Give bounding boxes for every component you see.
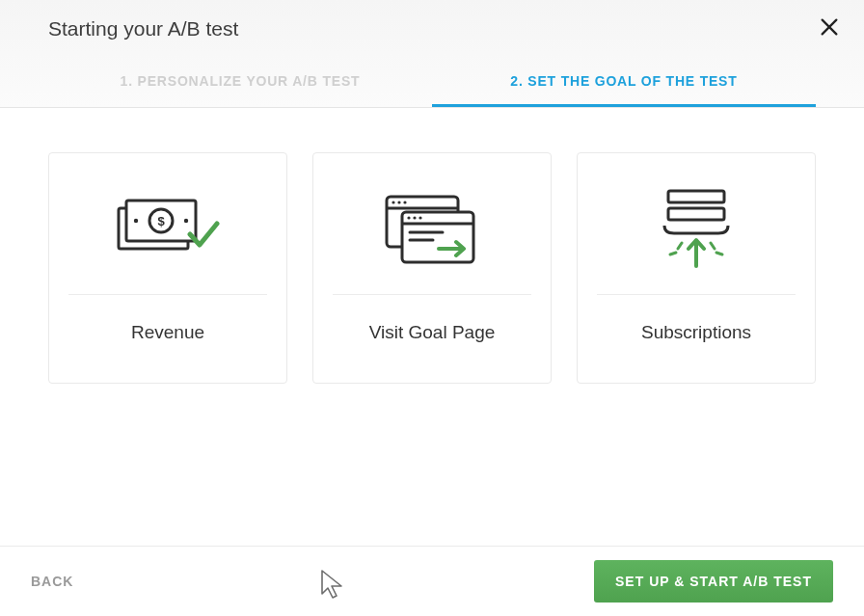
card-divider	[68, 294, 267, 295]
revenue-icon: $	[68, 180, 267, 277]
svg-line-24	[678, 243, 682, 249]
tab-personalize[interactable]: 1. PERSONALIZE YOUR A/B TEST	[48, 60, 432, 107]
goal-card-revenue[interactable]: $ Revenue	[48, 152, 287, 384]
svg-point-16	[413, 216, 416, 219]
close-button[interactable]	[816, 13, 843, 40]
goal-card-subscriptions[interactable]: Subscriptions	[577, 152, 816, 384]
card-divider	[597, 294, 796, 295]
svg-point-11	[397, 201, 400, 203]
svg-point-7	[184, 219, 188, 223]
svg-point-6	[134, 219, 138, 223]
goal-cards: $ Revenue	[0, 108, 864, 384]
svg-line-26	[670, 253, 676, 254]
svg-point-15	[407, 216, 410, 219]
svg-rect-21	[668, 191, 724, 202]
svg-point-12	[403, 201, 406, 203]
start-test-button[interactable]: SET UP & START A/B TEST	[594, 560, 833, 603]
modal-footer: BACK SET UP & START A/B TEST	[0, 546, 864, 616]
modal-title: Starting your A/B test	[48, 17, 816, 40]
goal-page-icon	[333, 180, 531, 277]
modal-header: Starting your A/B test 1. PERSONALIZE YO…	[0, 0, 864, 108]
svg-line-25	[711, 243, 715, 249]
svg-rect-13	[402, 212, 473, 262]
back-button[interactable]: BACK	[31, 574, 73, 589]
svg-text:$: $	[157, 214, 165, 228]
goal-card-title: Subscriptions	[641, 322, 751, 343]
subscriptions-icon	[597, 180, 796, 277]
tabs: 1. PERSONALIZE YOUR A/B TEST 2. SET THE …	[48, 60, 816, 107]
goal-card-visit-goal-page[interactable]: Visit Goal Page	[312, 152, 552, 384]
tab-set-goal[interactable]: 2. SET THE GOAL OF THE TEST	[432, 60, 816, 107]
svg-rect-22	[668, 208, 724, 220]
goal-card-title: Revenue	[131, 322, 204, 343]
close-icon	[819, 16, 840, 38]
card-divider	[333, 294, 531, 295]
goal-card-title: Visit Goal Page	[369, 322, 496, 343]
svg-point-10	[392, 201, 394, 203]
svg-point-17	[418, 216, 421, 219]
svg-line-27	[716, 253, 722, 254]
